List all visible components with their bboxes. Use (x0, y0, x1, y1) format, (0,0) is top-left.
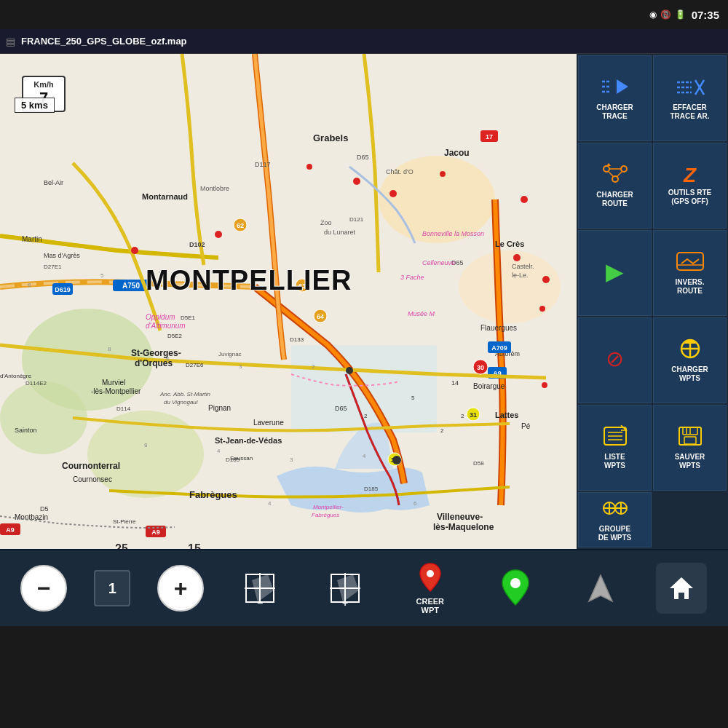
svg-text:14: 14 (451, 379, 459, 387)
svg-text:25: 25 (115, 542, 128, 549)
zoom-in-button[interactable]: + (157, 565, 204, 612)
stop-button[interactable]: ⊘ (578, 317, 652, 403)
svg-text:D5E1: D5E1 (181, 314, 196, 321)
map-expand-button[interactable]: + (316, 569, 374, 608)
battery-icon: 🔋 (675, 9, 686, 20)
svg-text:-lès-Montpellier: -lès-Montpellier (91, 387, 141, 395)
svg-point-97 (542, 382, 547, 388)
charger-wpts-label: CHARGERWPTS (671, 365, 708, 383)
svg-text:Murviel: Murviel (102, 379, 125, 387)
svg-text:+: + (342, 597, 348, 608)
svg-text:Pé: Pé (521, 422, 531, 430)
svg-text:Juvignac: Juvignac (218, 351, 242, 357)
svg-text:A9: A9 (151, 529, 160, 536)
svg-text:D114: D114 (116, 405, 131, 412)
svg-text:Bonneville la Mosson: Bonneville la Mosson (422, 230, 484, 237)
charger-trace-label: CHARGERTRACE (596, 103, 633, 121)
zoom-out-button[interactable]: − (20, 565, 67, 612)
map-area[interactable]: A750 A9 17 (0, 54, 577, 549)
map-expand-icon: + (325, 569, 365, 608)
svg-point-90 (389, 190, 397, 197)
svg-text:Fabrègues: Fabrègues (312, 512, 339, 518)
speed-unit-label: Km/h (33, 80, 54, 89)
svg-text:31: 31 (470, 411, 477, 419)
charger-wpts-button[interactable]: CHARGERWPTS (653, 317, 727, 403)
home-button[interactable] (656, 563, 707, 614)
play-button[interactable]: ▶ (578, 230, 652, 316)
svg-text:Sainton: Sainton (15, 427, 37, 434)
svg-text:du Lunaret: du Lunaret (324, 229, 356, 236)
svg-rect-157 (684, 437, 696, 444)
svg-text:4: 4 (159, 269, 162, 275)
charger-trace-button[interactable]: CHARGERTRACE (578, 55, 652, 141)
svg-text:A750: A750 (122, 282, 140, 290)
liste-wpts-icon (601, 425, 630, 450)
svg-text:Laverune: Laverune (253, 419, 284, 427)
svg-marker-179 (670, 577, 693, 599)
svg-text:St-Georges-: St-Georges- (131, 348, 181, 358)
svg-text:D65: D65 (335, 405, 347, 412)
svg-text:62: 62 (237, 222, 244, 229)
svg-point-92 (440, 171, 446, 177)
svg-point-98 (392, 456, 401, 464)
charger-route-button[interactable]: CHARGERROUTE (578, 143, 652, 229)
svg-text:2: 2 (461, 413, 464, 419)
svg-text:Mas d'Agrès: Mas d'Agrès (44, 252, 80, 259)
location-pin-button[interactable] (486, 569, 545, 608)
svg-text:St-Jean-de-Védas: St-Jean-de-Védas (215, 436, 282, 445)
svg-text:d'Altimurium: d'Altimurium (146, 322, 186, 330)
svg-point-96 (539, 306, 545, 312)
svg-text:Martin: Martin (22, 235, 42, 243)
outils-rte-icon: Z (684, 165, 696, 186)
svg-text:D5: D5 (40, 505, 49, 513)
outils-rte-label: OUTILS RTE(GPS OFF) (668, 189, 711, 206)
svg-point-91 (306, 164, 312, 170)
sauver-wpts-icon (676, 425, 705, 450)
groupe-wpts-button[interactable]: GROUPEDE WPTS (578, 492, 652, 547)
svg-text:Jacou: Jacou (444, 148, 470, 158)
svg-text:63: 63 (298, 282, 306, 290)
svg-text:Montpellier-: Montpellier- (313, 504, 344, 510)
outils-rte-button[interactable]: Z OUTILS RTE(GPS OFF) (653, 143, 727, 229)
svg-marker-133 (617, 79, 628, 94)
svg-text:−: − (257, 597, 263, 608)
svg-text:lès-Maquelone: lès-Maquelone (433, 522, 494, 532)
map-shrink-icon: − (240, 569, 280, 608)
sauver-wpts-button[interactable]: SAUVERWPTS (653, 405, 727, 491)
gps-direction-button[interactable] (571, 572, 630, 604)
svg-text:8: 8 (108, 346, 111, 352)
svg-text:8: 8 (144, 442, 148, 448)
svg-text:Celleneuve: Celleneuve (422, 259, 455, 266)
svg-point-89 (353, 178, 360, 185)
svg-text:Pignan: Pignan (208, 404, 231, 412)
svg-text:3: 3 (224, 269, 228, 275)
play-icon: ▶ (606, 260, 624, 283)
zoom-level-value: 1 (108, 580, 116, 597)
svg-text:A709: A709 (491, 344, 507, 352)
home-icon (667, 574, 696, 603)
svg-marker-145 (606, 163, 611, 166)
signal-icon: 📵 (660, 9, 671, 20)
invers-route-label: INVERS.ROUTE (675, 278, 704, 296)
stop-icon: ⊘ (606, 348, 624, 370)
svg-point-87 (131, 247, 138, 254)
invers-route-button[interactable]: INVERS.ROUTE (653, 230, 727, 316)
svg-text:Oppidum: Oppidum (146, 313, 175, 321)
svg-text:Lattes: Lattes (495, 411, 518, 419)
svg-text:D121: D121 (349, 216, 364, 223)
minus-icon: − (37, 575, 51, 602)
liste-wpts-button[interactable]: LISTEWPTS (578, 405, 652, 491)
charger-route-label: CHARGERROUTE (596, 191, 633, 208)
svg-text:Zoo: Zoo (320, 219, 332, 226)
bottom-toolbar: − 1 + − + (0, 549, 728, 626)
svg-text:Anc. Abb. St-Martin: Anc. Abb. St-Martin (159, 391, 211, 397)
svg-text:2: 2 (312, 363, 315, 370)
zoom-level-box: 1 (94, 570, 130, 606)
svg-text:6: 6 (28, 282, 31, 288)
svg-text:Bel-Air: Bel-Air (44, 179, 63, 186)
creer-wpt-button[interactable]: CREERWPT (401, 562, 459, 614)
svg-text:4: 4 (217, 448, 221, 454)
effacer-trace-button[interactable]: EFFACERTRACE AR. (653, 55, 727, 141)
svg-text:St-Pierre: St-Pierre (113, 518, 136, 525)
map-shrink-button[interactable]: − (231, 569, 289, 608)
